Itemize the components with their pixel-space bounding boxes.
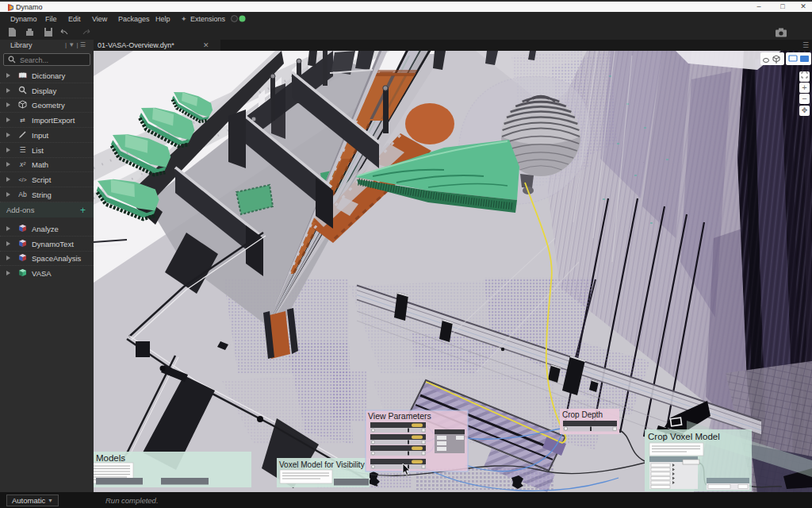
svg-text:Crop Depth: Crop Depth	[562, 410, 603, 419]
svg-text:View Parameters: View Parameters	[368, 411, 431, 421]
svg-text:Models: Models	[96, 453, 125, 463]
svg-text:Crop Voxel Model: Crop Voxel Model	[648, 432, 720, 441]
svg-text:Voxel Model for Visibility: Voxel Model for Visibility	[279, 460, 365, 469]
